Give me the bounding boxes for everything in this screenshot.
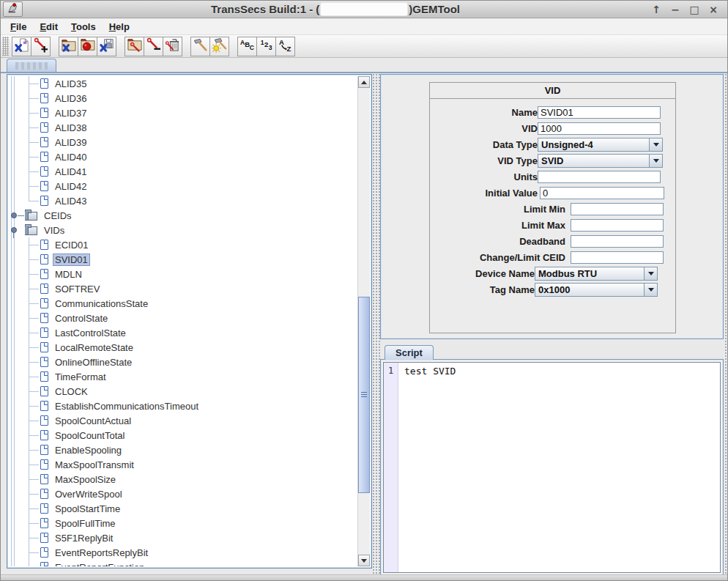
project-stop-button[interactable] — [78, 37, 97, 56]
vid-add-button[interactable] — [31, 37, 51, 56]
vid-delete-icon — [165, 37, 180, 55]
name-field[interactable] — [538, 106, 661, 119]
tree-item-maxspooltransmit[interactable]: MaxSpoolTransmit — [9, 457, 357, 472]
device-name-dropdown[interactable]: Modbus RTU — [535, 267, 658, 281]
tree-item-controlstate[interactable]: ControlState — [9, 311, 357, 325]
menu-help[interactable]: Help — [103, 20, 136, 34]
tree-item-lastcontrolstate[interactable]: LastControlState — [9, 325, 357, 340]
tree-item-localremotestate[interactable]: LocalRemoteState — [9, 340, 357, 355]
tree-item-eventreportfunction[interactable]: EventReportFunction — [9, 560, 357, 566]
tree-item-alid39[interactable]: ALID39 — [9, 135, 357, 149]
form-row-vid: VID — [437, 120, 668, 136]
tree-item-establishcommunicationstimeout[interactable]: EstablishCommunicationsTimeout — [9, 399, 357, 413]
project-stop-icon — [80, 37, 95, 55]
tree-item-label: S5F1ReplyBit — [53, 532, 115, 544]
data-type-dropdown[interactable]: Unsigned-4 — [538, 138, 663, 152]
limit-min-field[interactable] — [571, 203, 664, 215]
tab-script[interactable]: Script — [385, 345, 434, 360]
scroll-down-button[interactable] — [358, 555, 370, 566]
tree-item-alid37[interactable]: ALID37 — [9, 106, 357, 120]
tree-vertical-scrollbar[interactable] — [357, 76, 370, 566]
tree-item-enablespooling[interactable]: EnableSpooling — [9, 443, 357, 457]
initial-value-field[interactable] — [540, 187, 664, 199]
script-editor[interactable]: 1 test SVID — [383, 362, 721, 573]
split-pane-divider[interactable] — [372, 73, 380, 574]
project-open-button[interactable] — [59, 37, 78, 56]
tree-item-s5f1replybit[interactable]: S5F1ReplyBit — [9, 530, 357, 545]
vid-add-icon — [33, 37, 48, 55]
tree-item-maxspoolsize[interactable]: MaxSpoolSize — [9, 472, 357, 486]
vid-field[interactable] — [538, 122, 661, 135]
close-button[interactable]: × — [705, 3, 721, 16]
tree-item-alid43[interactable]: ALID43 — [9, 193, 357, 208]
tree-item-alid40[interactable]: ALID40 — [9, 149, 357, 164]
tree-item-alid41[interactable]: ALID41 — [9, 164, 357, 179]
sort-123-button[interactable]: 123 — [256, 37, 276, 56]
vid-delete-button[interactable] — [163, 37, 182, 56]
toolbar-grip-handle[interactable] — [2, 37, 9, 56]
build-hammer-button[interactable] — [190, 37, 210, 56]
tree-item-label: EnableSpooling — [53, 444, 124, 456]
tree-item-timeformat[interactable]: TimeFormat — [9, 369, 357, 384]
build-run-button[interactable] — [209, 37, 229, 56]
title-bar: TransSecs Build:1 - ( )GEMTool ↑−□× — [1, 1, 727, 18]
maximize-button[interactable]: □ — [686, 3, 702, 16]
field-label: Name — [437, 107, 538, 118]
tree-item-label: ALID42 — [53, 180, 89, 193]
document-icon — [40, 166, 48, 177]
tag-name-dropdown[interactable]: 0x1000 — [535, 283, 658, 297]
tree-item-spoolcounttotal[interactable]: SpoolCountTotal — [9, 428, 357, 443]
tree-item-alid42[interactable]: ALID42 — [9, 179, 357, 193]
folder-tool-button[interactable] — [125, 37, 144, 56]
tree-item-label: ALID39 — [53, 136, 89, 149]
vid-type-dropdown[interactable]: SVID — [538, 154, 663, 168]
vid-new-button[interactable] — [12, 37, 31, 56]
menu-edit[interactable]: Edit — [33, 20, 64, 34]
tree-expanded-handle[interactable] — [9, 223, 25, 237]
project-tab[interactable] — [7, 59, 56, 73]
tree-item-mdln[interactable]: MDLN — [9, 267, 357, 281]
scrollbar-thumb[interactable] — [358, 297, 370, 493]
tree-item-spoolstarttime[interactable]: SpoolStartTime — [9, 501, 357, 516]
tree-item-spoolcountactual[interactable]: SpoolCountActual — [9, 413, 357, 428]
tree-item-clock[interactable]: CLOCK — [9, 384, 357, 399]
tree-item-label: MDLN — [53, 268, 84, 281]
rollup-button[interactable]: ↑ — [648, 3, 664, 16]
sort-az-button[interactable]: AZ — [275, 37, 295, 56]
field-label: Device Name — [437, 268, 535, 279]
limit-max-field[interactable] — [571, 219, 664, 232]
tree-item-label: ALID38 — [53, 122, 89, 134]
tree-item-alid38[interactable]: ALID38 — [9, 120, 357, 135]
tree-item-alid36[interactable]: ALID36 — [9, 91, 357, 106]
tree-item-overwritespool[interactable]: OverWriteSpool — [9, 486, 357, 501]
scroll-up-button[interactable] — [358, 76, 370, 88]
field-label: Data Type — [437, 139, 538, 150]
tree-item-svid01[interactable]: SVID01 — [9, 252, 357, 267]
minimize-button[interactable]: − — [667, 3, 683, 16]
change-limit-ceid-field[interactable] — [571, 251, 664, 264]
tree-item-onlineofflinestate[interactable]: OnlineOfflineState — [9, 355, 357, 369]
tree-item-ceids[interactable]: CEIDs — [9, 208, 357, 223]
vid-remove-button[interactable] — [144, 37, 163, 56]
tree-collapsed-handle[interactable] — [9, 208, 25, 223]
sort-abc-button[interactable]: ABC — [237, 37, 257, 56]
tree-item-softrev[interactable]: SOFTREV — [9, 281, 357, 296]
app-menu-button[interactable] — [3, 1, 23, 17]
tree-item-eventreportsreplybit[interactable]: EventReportsReplyBit — [9, 545, 357, 560]
project-save-button[interactable] — [97, 37, 116, 56]
menu-file[interactable]: File — [4, 20, 33, 34]
document-icon — [40, 518, 48, 528]
deadband-field[interactable] — [571, 235, 664, 248]
units-field[interactable] — [538, 171, 661, 183]
tree-item-vids[interactable]: VIDs — [9, 223, 357, 237]
tree-item-label: SpoolCountTotal — [53, 429, 127, 442]
tree-item-alid35[interactable]: ALID35 — [9, 76, 357, 91]
app-window: TransSecs Build:1 - ( )GEMTool ↑−□× File… — [0, 0, 728, 581]
menu-tools[interactable]: Tools — [64, 20, 103, 34]
document-icon — [40, 445, 48, 455]
tree-item-communicationsstate[interactable]: CommunicationsState — [9, 296, 357, 311]
tree-item-ecid01[interactable]: ECID01 — [9, 237, 357, 252]
field-label: Tag Name — [437, 284, 535, 295]
script-code-area[interactable]: test SVID — [398, 363, 720, 572]
tree-item-spoolfulltime[interactable]: SpoolFullTime — [9, 516, 357, 530]
